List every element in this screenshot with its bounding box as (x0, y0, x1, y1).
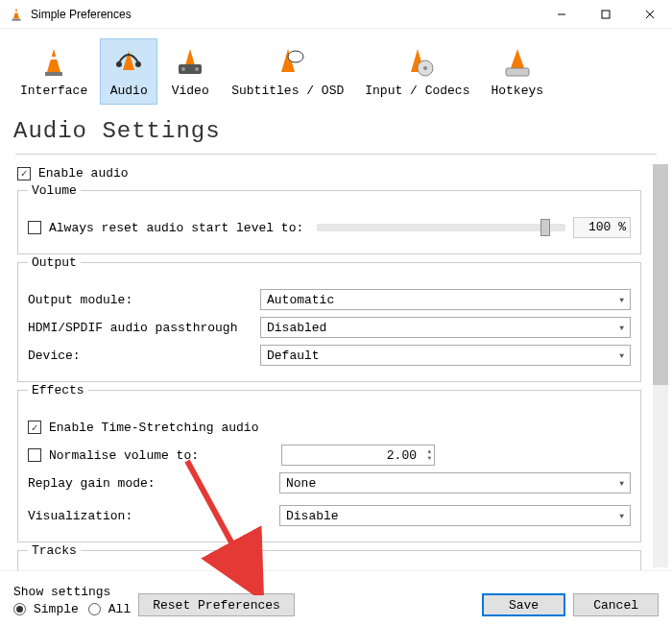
tracks-legend: Tracks (28, 543, 81, 558)
start-level-slider[interactable] (317, 224, 565, 231)
svg-rect-9 (45, 72, 62, 76)
divider (15, 154, 657, 155)
timestretch-checkbox[interactable]: ✓ (28, 421, 41, 434)
category-tabs: Interface Audio Video Subtitles / OSD In… (0, 29, 672, 110)
headphones-cone-icon (111, 45, 146, 80)
radio-all[interactable] (88, 603, 101, 615)
svg-rect-8 (50, 57, 58, 60)
page-title: Audio Settings (0, 110, 672, 150)
svg-rect-4 (602, 11, 610, 18)
normalise-checkbox[interactable] (28, 448, 41, 462)
always-reset-label: Always reset audio start level to: (49, 221, 303, 235)
settings-panel: ✓ Enable audio Volume Always reset audio… (0, 160, 672, 571)
tracks-group: Tracks Preferred audio language: (17, 550, 641, 571)
device-value: Default (267, 349, 320, 363)
svg-rect-1 (15, 12, 18, 13)
timestretch-label: Enable Time-Stretching audio (49, 421, 258, 435)
scroll-thumb[interactable] (653, 164, 668, 385)
output-module-value: Automatic (267, 293, 334, 307)
visualization-value: Disable (286, 509, 339, 523)
effects-group: Effects ✓ Enable Time-Stretching audio N… (17, 390, 641, 542)
cone-icon (36, 45, 71, 80)
radio-all-label: All (108, 602, 131, 616)
svg-point-15 (181, 67, 185, 71)
output-module-label: Output module: (28, 293, 260, 307)
tab-video[interactable]: Video (161, 38, 219, 105)
tab-label: Video (172, 84, 209, 98)
effects-legend: Effects (28, 383, 88, 397)
svg-point-21 (423, 66, 427, 70)
replay-gain-value: None (286, 476, 316, 491)
enable-audio-label: Enable audio (38, 166, 129, 181)
app-icon (8, 6, 25, 23)
tab-label: Interface (20, 84, 87, 98)
enable-audio-checkbox[interactable]: ✓ (17, 167, 31, 181)
tab-label: Audio (110, 84, 148, 98)
titlebar: Simple Preferences (0, 0, 672, 29)
save-button[interactable]: Save (482, 593, 565, 616)
window-controls (540, 0, 672, 29)
visualization-label: Visualization: (28, 509, 260, 523)
film-cone-icon (173, 45, 207, 80)
device-label: Device: (28, 349, 260, 363)
radio-simple-label: Simple (34, 602, 79, 616)
tab-audio[interactable]: Audio (100, 38, 157, 105)
volume-legend: Volume (28, 183, 81, 198)
tab-subtitles[interactable]: Subtitles / OSD (223, 38, 352, 105)
replay-gain-label: Replay gain mode: (28, 476, 260, 491)
close-button[interactable] (628, 0, 672, 29)
tab-label: Subtitles / OSD (231, 84, 344, 98)
start-level-value: 100 % (573, 217, 631, 238)
cancel-button[interactable]: Cancel (573, 593, 659, 616)
normalise-spin[interactable]: 2.00 (281, 445, 435, 466)
svg-point-12 (135, 61, 141, 67)
device-select[interactable]: Default (260, 345, 631, 366)
tab-interface[interactable]: Interface (12, 38, 96, 105)
show-settings-label: Show settings (13, 585, 131, 599)
normalise-label: Normalise volume to: (49, 448, 260, 463)
reset-label: Reset Preferences (153, 598, 280, 613)
reset-preferences-button[interactable]: Reset Preferences (138, 593, 295, 616)
output-module-select[interactable]: Automatic (260, 289, 631, 310)
scrollbar[interactable] (653, 164, 668, 567)
cancel-label: Cancel (593, 598, 638, 613)
svg-point-11 (116, 61, 122, 67)
keyboard-cone-icon (500, 45, 535, 80)
tab-label: Hotkeys (491, 84, 543, 98)
footer-bar: Show settings Simple All Reset Preferenc… (0, 570, 672, 626)
replay-gain-select[interactable]: None (279, 472, 631, 494)
svg-rect-2 (12, 18, 21, 20)
window-title: Simple Preferences (31, 8, 540, 21)
output-group: Output Output module: Automatic HDMI/SPD… (17, 262, 641, 382)
always-reset-checkbox[interactable] (28, 221, 41, 234)
speech-cone-icon (271, 45, 305, 80)
svg-rect-23 (506, 68, 529, 76)
maximize-button[interactable] (584, 0, 628, 29)
svg-marker-0 (13, 8, 19, 18)
show-settings-group: Show settings Simple All (13, 585, 131, 616)
tab-label: Input / Codecs (365, 84, 469, 98)
save-label: Save (509, 598, 539, 613)
slider-thumb[interactable] (540, 219, 550, 236)
svg-marker-22 (511, 49, 524, 68)
svg-marker-7 (47, 49, 60, 72)
normalise-value: 2.00 (387, 448, 417, 463)
volume-group: Volume Always reset audio start level to… (17, 190, 641, 254)
tab-hotkeys[interactable]: Hotkeys (482, 38, 552, 105)
tab-input-codecs[interactable]: Input / Codecs (356, 38, 478, 105)
minimize-button[interactable] (540, 0, 584, 29)
visualization-select[interactable]: Disable (279, 505, 631, 526)
passthrough-select[interactable]: Disabled (260, 317, 631, 338)
passthrough-label: HDMI/SPDIF audio passthrough (28, 321, 260, 335)
svg-point-18 (288, 51, 303, 62)
disc-cone-icon (400, 45, 435, 80)
passthrough-value: Disabled (267, 321, 326, 335)
svg-point-16 (195, 67, 199, 71)
output-legend: Output (28, 255, 81, 270)
radio-simple[interactable] (13, 603, 26, 615)
